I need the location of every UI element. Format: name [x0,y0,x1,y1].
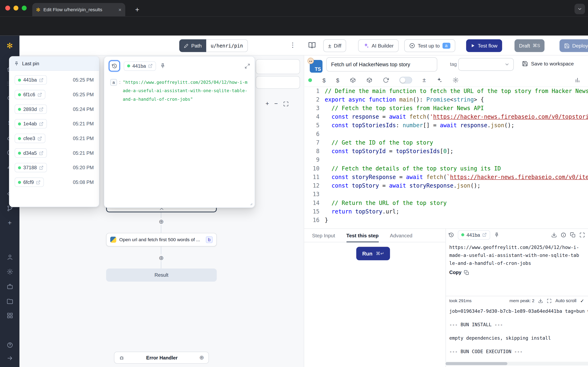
save-to-workspace-button[interactable]: Save to workspace [522,61,574,67]
log-output[interactable]: job=019634e7-9d30-b7cb-1e89-03a64ed441ba… [445,306,588,362]
fit-view-icon[interactable] [283,101,289,107]
add-step-icon[interactable]: ⊕ [158,218,164,225]
pin-preview-value[interactable]: "https://www.geoffreylitt.com/2025/04/12… [123,78,249,104]
zoom-in-icon[interactable]: + [265,100,269,107]
deploy-button[interactable]: Deploy [559,39,588,52]
insert-resource-dollar-icon[interactable]: $ [336,77,339,83]
last-pin-row[interactable]: 2893d05:24 PM [13,102,95,117]
pin-id-chip[interactable]: cfee3 [15,134,45,143]
last-pin-row[interactable]: 6fcf905:08 PM [13,175,95,190]
last-pin-row[interactable]: 441ba05:25 PM [13,73,95,87]
scrollbar-thumb[interactable] [445,362,507,365]
auto-scroll-check-icon[interactable]: ✓ [580,298,584,304]
pin-id-chip[interactable]: 6f1c6 [15,90,45,99]
test-up-to-button[interactable]: Test up to a [404,39,455,52]
result-key-badge[interactable]: a [110,79,117,86]
docs-book-icon[interactable] [308,42,316,49]
step-summary-input[interactable] [326,57,437,72]
editor-settings-gear-icon[interactable] [453,77,459,83]
last-pin-row[interactable]: cfee305:21 PM [13,131,95,146]
tag-select[interactable] [458,58,514,71]
diff-plus-minus-icon[interactable]: ± [423,77,426,83]
result-value[interactable]: https://www.geoffreylitt.com/2025/04/12/… [449,243,581,267]
window-zoom-button[interactable] [22,6,27,11]
log-horizontal-scrollbar[interactable] [445,362,588,365]
run-button[interactable]: Run ⌘↵ [356,247,390,260]
pin-icon[interactable] [160,63,166,69]
add-step-icon[interactable]: ⊕ [158,254,164,261]
pin-id-chip[interactable]: 2893d [15,104,47,114]
sidebar-help-icon[interactable] [5,340,15,350]
sidebar-settings-icon[interactable] [5,267,15,276]
error-handler-node[interactable]: Error Handler ⊕ [114,352,209,364]
result-node[interactable]: Result [106,268,217,282]
insert-variable-dollar-icon[interactable]: $ [323,77,326,83]
test-flow-button[interactable]: Test flow [466,39,502,52]
package-icon[interactable] [366,77,372,83]
diff-button[interactable]: ± Diff [323,39,346,52]
download-icon[interactable] [538,298,543,303]
sidebar-folders-icon[interactable] [5,296,15,306]
expand-icon[interactable] [245,63,250,69]
chevron-up-icon[interactable] [159,208,164,211]
ai-sparkles-icon[interactable] [436,77,442,83]
path-label-segment[interactable]: Path [179,39,206,52]
external-link-icon[interactable] [36,180,41,184]
pin-id-chip[interactable]: 6fcf9 [15,178,44,187]
pin-id-chip[interactable]: d34a5 [15,148,47,158]
package-icon[interactable] [350,77,356,83]
sidebar-add-icon[interactable]: + [5,218,15,228]
tab-test-this-step[interactable]: Test this step [346,229,379,242]
new-tab-button[interactable]: + [132,4,143,15]
browser-tab[interactable]: ✻ Edit Flow u/henri/pin_results × [32,3,125,17]
flow-step-node-b[interactable]: Open url and fetch first 500 words of ..… [106,233,217,246]
zoom-out-icon[interactable]: − [274,100,278,107]
auto-scroll-label[interactable]: Auto scroll [555,298,576,303]
pin-id-chip[interactable]: 441ba [15,75,47,85]
bar-chart-icon[interactable] [575,77,580,83]
pin-id-chip[interactable]: 441ba [458,230,490,240]
last-pin-row[interactable]: 6f1c605:25 PM [13,87,95,102]
external-link-icon[interactable] [39,151,43,155]
copy-button[interactable]: Copy [449,269,469,275]
typescript-lang-badge[interactable]: TS [310,60,322,73]
pin-icon[interactable] [494,232,500,238]
pin-id-chip[interactable]: 37188 [15,163,47,172]
external-link-icon[interactable] [39,78,43,82]
flow-node-partial[interactable] [256,59,300,74]
sidebar-apps-icon[interactable] [5,310,15,320]
flow-menu-kebab-icon[interactable]: ⋮ [290,41,296,49]
external-link-icon[interactable] [148,64,153,68]
download-icon[interactable] [551,232,557,238]
external-link-icon[interactable] [39,165,43,170]
window-close-button[interactable] [5,6,10,11]
clipboard-icon[interactable] [570,232,576,238]
pin-id-chip[interactable]: 441ba [124,61,156,71]
path-control[interactable]: Path u/henri/pin [179,39,248,52]
flow-node-partial[interactable] [256,76,300,89]
tab-advanced[interactable]: Advanced [390,229,412,242]
external-link-icon[interactable] [39,122,43,126]
window-minimize-button[interactable] [13,6,18,11]
fullscreen-icon[interactable] [547,298,552,303]
history-button[interactable] [109,60,120,72]
resize-handle-icon[interactable] [249,201,253,206]
windmill-logo-icon[interactable]: ✻ [5,41,15,50]
external-link-icon[interactable] [37,92,42,97]
draft-button[interactable]: Draft ⌘S [515,39,545,52]
history-icon[interactable] [449,232,454,238]
path-value[interactable]: u/henri/pin [206,39,248,52]
fullscreen-icon[interactable] [579,232,585,238]
tab-close-icon[interactable]: × [118,7,121,13]
sidebar-collapse-icon[interactable] [5,353,15,363]
add-step-icon[interactable]: ⊕ [199,354,204,361]
diff-mode-toggle[interactable] [399,77,412,83]
info-icon[interactable] [561,232,566,238]
tab-step-input[interactable]: Step Input [312,229,335,242]
last-pin-row[interactable]: 3718805:20 PM [13,160,95,175]
reset-refresh-icon[interactable] [383,77,389,83]
pin-id-chip[interactable]: 1e4ab [15,119,47,128]
external-link-icon[interactable] [482,233,487,237]
tab-search-button[interactable] [575,4,585,14]
external-link-icon[interactable] [37,136,42,141]
